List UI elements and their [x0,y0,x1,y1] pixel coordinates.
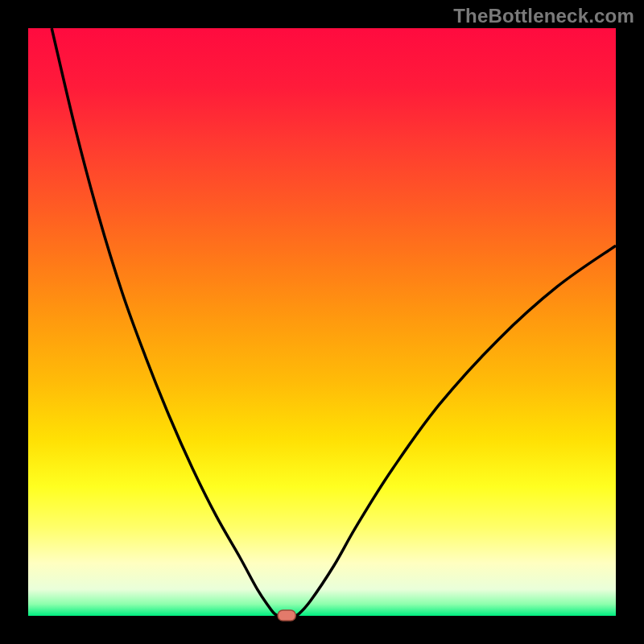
bottleneck-chart [0,0,644,644]
optimal-marker [278,610,295,621]
plot-area [28,28,616,616]
watermark-text: TheBottleneck.com [453,5,634,27]
chart-container: TheBottleneck.com [0,0,644,644]
